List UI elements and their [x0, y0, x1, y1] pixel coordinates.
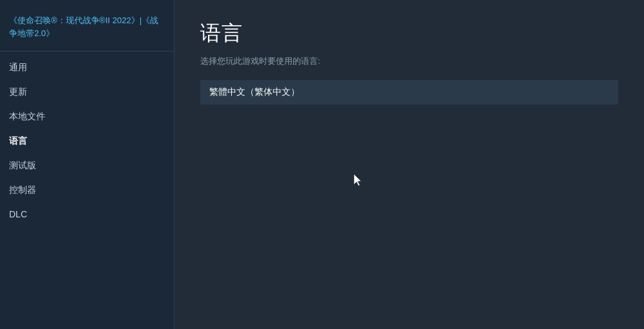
- main-content: 语言 选择您玩此游戏时要使用的语言: 繁體中文（繁体中文）: [174, 0, 644, 329]
- sidebar-item-dlc[interactable]: DLC: [0, 203, 174, 226]
- sidebar: 《使命召唤®：现代战争®II 2022》|《战争地带2.0》 通用 更新 本地文…: [0, 0, 174, 329]
- sidebar-item-language[interactable]: 语言: [0, 129, 174, 154]
- sidebar-item-local-files[interactable]: 本地文件: [0, 105, 174, 129]
- page-subtitle: 选择您玩此游戏时要使用的语言:: [200, 55, 618, 67]
- game-title[interactable]: 《使命召唤®：现代战争®II 2022》|《战争地带2.0》: [0, 6, 174, 51]
- sidebar-item-beta[interactable]: 测试版: [0, 154, 174, 178]
- language-option[interactable]: 繁體中文（繁体中文）: [200, 80, 618, 105]
- sidebar-divider: [0, 51, 174, 52]
- sidebar-item-updates[interactable]: 更新: [0, 80, 174, 105]
- sidebar-item-controller[interactable]: 控制器: [0, 178, 174, 203]
- page-title: 语言: [200, 19, 618, 48]
- sidebar-item-general[interactable]: 通用: [0, 55, 174, 80]
